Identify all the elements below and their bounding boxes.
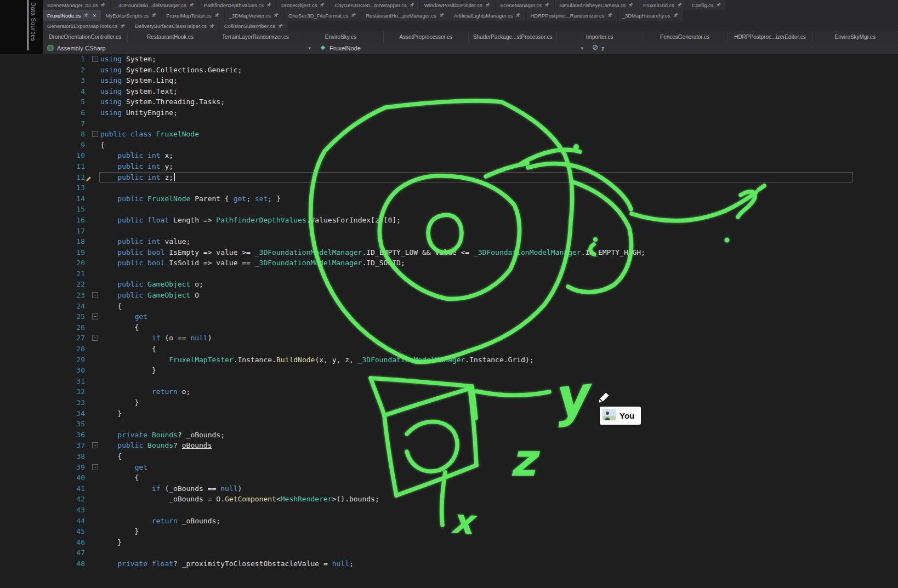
fold-icon[interactable]: − (92, 313, 98, 319)
pin-icon[interactable] (151, 13, 157, 18)
code-line[interactable]: 11 public int y; (0, 161, 898, 172)
editor-tab[interactable]: CollisionSubscriber.cs (220, 21, 288, 31)
code-line[interactable]: 12 public int z; (0, 172, 898, 183)
editor-tab[interactable]: FruxelNode.cs× (43, 10, 101, 21)
editor-tab[interactable]: _3DFoundatio...delManager.cs (111, 0, 198, 10)
fold-icon[interactable]: − (92, 56, 98, 62)
code-line[interactable]: 20 public bool IsSolid => value == _3DFo… (0, 258, 898, 269)
editor-tab[interactable]: OneSec3D_FileFormat.cs (284, 10, 361, 21)
editor-tab[interactable]: AssetPreprocessor.cs (384, 31, 469, 42)
sidebar-tab-data-sources[interactable]: Data Sources (30, 2, 37, 41)
editor-tab[interactable]: DroneObject.cs (277, 0, 329, 10)
code-line[interactable]: 17 (0, 226, 898, 237)
editor-tab[interactable]: Importer.cs (557, 31, 642, 42)
code-line[interactable]: 45 } (0, 526, 898, 537)
pin-icon[interactable] (278, 24, 283, 29)
code-line[interactable]: 38 { (0, 451, 898, 462)
code-line[interactable]: 8−public class FruxelNode (0, 129, 898, 140)
code-line[interactable]: 27− if (o == null) (0, 333, 898, 344)
code-line[interactable]: 31 (0, 376, 898, 387)
editor-tab[interactable]: FruxelMapTester.cs (162, 10, 224, 21)
code-line[interactable]: 14 public FruxelNode Parent { get; set; … (0, 193, 898, 204)
pin-icon[interactable] (716, 2, 721, 8)
code-line[interactable]: 36 private Bounds? _oBounds; (0, 430, 898, 441)
pin-icon[interactable] (189, 2, 195, 8)
pin-icon[interactable] (209, 24, 215, 29)
code-line[interactable]: 15 (0, 204, 898, 215)
code-line[interactable]: 47 (0, 547, 898, 558)
pin-icon[interactable] (266, 2, 272, 8)
editor-tab[interactable]: SceneManager.cs (496, 0, 554, 10)
code-line[interactable]: 28 { (0, 344, 898, 355)
project-dropdown[interactable]: Assembly-CSharp ▾ (43, 42, 315, 54)
editor-tab[interactable]: HDRPPostproc...Randomizer.cs (526, 10, 617, 21)
pin-icon[interactable] (515, 13, 521, 18)
editor-tab[interactable]: MyEditorScripts.cs (101, 10, 162, 21)
code-line[interactable]: 32 return o; (0, 386, 898, 397)
editor-tab[interactable]: EnviroSky.cs (298, 31, 383, 42)
fold-icon[interactable]: − (92, 464, 98, 470)
editor-tab[interactable]: ShaderPackage...stProcessor.cs (469, 31, 558, 42)
editor-tab[interactable]: SimulatedFisheyeCamera.cs (555, 0, 638, 10)
pin-icon[interactable] (673, 13, 679, 18)
code-line[interactable]: 37− public Bounds? oBounds (0, 440, 898, 451)
editor-tab[interactable]: FruxelGrid.cs (639, 0, 686, 10)
code-line[interactable]: 2using System.Collections.Generic; (0, 65, 898, 76)
code-line[interactable]: 18 public int value; (0, 236, 898, 247)
code-line[interactable]: 29 FruxelMapTester.Instance.BuildNode(x,… (0, 355, 898, 366)
code-line[interactable]: 33 } (0, 397, 898, 408)
pin-icon[interactable] (274, 13, 279, 18)
editor-tab[interactable]: FencesGenerator.cs (643, 31, 728, 42)
editor-tab[interactable]: EnviroSkyMgr.cs (813, 31, 898, 42)
editor-tab[interactable]: _3DMapHierarchy.cs (618, 10, 683, 21)
code-line[interactable]: 13 (0, 182, 898, 193)
editor-tab[interactable]: DroneOrientationController.cs (43, 31, 128, 42)
editor-tab[interactable]: PathfinderDepthValues.cs (200, 0, 276, 10)
fold-icon[interactable]: − (92, 292, 98, 298)
fold-icon[interactable]: − (92, 335, 98, 341)
pin-icon[interactable] (628, 2, 634, 8)
code-line[interactable]: 19 public bool IsEmpty => value >= _3DFo… (0, 247, 898, 258)
code-line[interactable]: 44 return _oBounds; (0, 516, 898, 527)
code-line[interactable]: 5using System.Threading.Tasks; (0, 96, 898, 107)
code-line[interactable]: 4using System.Text; (0, 86, 898, 97)
pin-icon[interactable] (544, 2, 550, 8)
code-line[interactable]: 7 (0, 118, 898, 129)
editor-tab[interactable]: HDRPPostproc...izerEditor.cs (728, 31, 812, 42)
close-icon[interactable]: × (93, 12, 96, 19)
editor-tab[interactable]: Generator2ExportMapTools.cs (43, 21, 130, 31)
code-line[interactable]: 39− get (0, 462, 898, 473)
code-line[interactable]: 23− public GameObject O (0, 290, 898, 301)
code-line[interactable]: 48 private float? _proximityToClosestObs… (0, 558, 898, 569)
code-line[interactable]: 35 (0, 419, 898, 430)
code-line[interactable]: 3using System.Linq; (0, 75, 898, 86)
pin-icon[interactable] (439, 13, 445, 18)
code-line[interactable]: 10 public int x; (0, 150, 898, 161)
pin-icon[interactable] (214, 13, 220, 18)
editor-tab[interactable]: RestaurantHook.cs (128, 31, 213, 42)
editor-tab[interactable]: CityGen3DGen...torWrapper.cs (330, 0, 419, 10)
pin-icon[interactable] (83, 13, 89, 18)
pin-icon[interactable] (485, 2, 491, 8)
code-line[interactable]: 26 { (0, 322, 898, 333)
editor-tab[interactable]: _3DMapViewer.cs (225, 10, 283, 21)
pin-icon[interactable] (410, 2, 415, 8)
code-line[interactable]: 24 { (0, 301, 898, 312)
pin-icon[interactable] (320, 2, 325, 8)
editor-tab[interactable]: ArtificialLightsManager.cs (450, 10, 526, 21)
code-line[interactable]: 30 } (0, 365, 898, 376)
editor-tab[interactable]: RestaurantHo...pleManager.cs (361, 10, 448, 21)
pin-icon[interactable] (351, 13, 356, 18)
code-line[interactable]: 9{ (0, 140, 898, 151)
pin-icon[interactable] (607, 13, 613, 18)
editor-tab[interactable]: TerrainLayerRandomizer.cs (213, 31, 298, 42)
editor-tab[interactable]: WindowPositionFinder.cs (420, 0, 495, 10)
fold-icon[interactable]: − (92, 442, 98, 448)
code-line[interactable]: 22 public GameObject o; (0, 279, 898, 290)
code-line[interactable]: 43 (0, 505, 898, 516)
fold-icon[interactable]: − (92, 131, 98, 137)
editor-tab[interactable]: SceneManager_02.cs (43, 0, 110, 10)
editor-tab[interactable]: Config.cs (687, 0, 726, 10)
editor-tab[interactable]: DeliverySurfaceClassHelper.cs (130, 21, 219, 31)
code-line[interactable]: 46 } (0, 537, 898, 548)
